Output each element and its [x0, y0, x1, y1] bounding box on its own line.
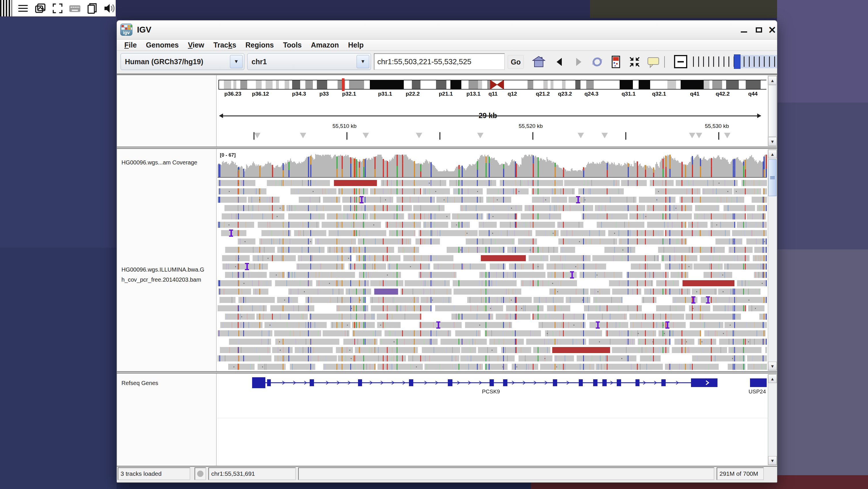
status-bar-edge: [117, 466, 777, 467]
zoom-tick[interactable]: [713, 56, 714, 67]
minimize-button[interactable]: [739, 25, 749, 35]
zoom-tick[interactable]: [754, 56, 754, 67]
desktop-top-olive: [590, 0, 778, 18]
scrollbar-thumb[interactable]: [768, 159, 776, 196]
genome-select[interactable]: Human (GRCh37/hg19) ▼: [121, 53, 244, 70]
ruler-tick: [439, 132, 440, 140]
desktop-left-upper: [0, 17, 117, 250]
chromosome-band: [451, 80, 461, 89]
forward-icon[interactable]: [571, 54, 586, 69]
zoom-slider-thumb[interactable]: [734, 54, 741, 69]
zoom-tick[interactable]: [759, 56, 760, 67]
gene-track-canvas[interactable]: [218, 374, 767, 465]
zoom-tick[interactable]: [693, 56, 694, 67]
chromosome-band: [370, 80, 404, 89]
zoom-tick[interactable]: [728, 56, 729, 67]
chromosome-band: [709, 80, 712, 89]
region-marker-icon: [689, 133, 695, 138]
menu-genomes[interactable]: Genomes: [141, 41, 183, 49]
chromosome-band: [224, 80, 231, 89]
scrollbar-thumb[interactable]: [768, 85, 776, 137]
close-button[interactable]: ✕: [767, 25, 778, 35]
zoom-tick[interactable]: [718, 56, 719, 67]
fullscreen-icon[interactable]: [51, 2, 64, 15]
home-icon[interactable]: [531, 54, 546, 69]
menu-tracks[interactable]: Tracks: [209, 41, 241, 49]
locus-panel-scrollbar[interactable]: ▲ ▼: [768, 76, 777, 146]
chromosome-band: [712, 80, 722, 89]
ruler-position-label: 55,510 kb: [332, 123, 356, 129]
zoom-tick[interactable]: [703, 56, 704, 67]
zoom-tick[interactable]: [698, 56, 699, 67]
chromosome-band: [726, 80, 739, 89]
scroll-up-icon[interactable]: ▲: [768, 76, 777, 85]
band-label: p22.2: [406, 91, 420, 97]
zoom-out-button[interactable]: [674, 55, 687, 68]
maximize-button[interactable]: [753, 25, 765, 35]
chromosome-band: [739, 80, 746, 89]
alignment-track-label-line2[interactable]: h_cov_pcr_free.20140203.bam: [121, 277, 216, 283]
chromosome-band: [565, 80, 575, 89]
band-label: q41: [690, 91, 700, 97]
ruler-position-label: 55,530 kb: [705, 123, 729, 129]
windows-icon[interactable]: [86, 2, 98, 15]
region-icon[interactable]: [609, 54, 623, 69]
go-button[interactable]: Go: [508, 55, 524, 69]
coverage-track-label[interactable]: HG00096.wgs...am Coverage: [121, 159, 214, 166]
zoom-tick[interactable]: [723, 56, 724, 67]
chromosome-band: [478, 80, 482, 89]
chromosome-band: [544, 80, 548, 89]
menu-view[interactable]: View: [183, 41, 209, 49]
back-icon[interactable]: [552, 54, 567, 69]
menu-help[interactable]: Help: [343, 41, 368, 49]
band-label: q24.3: [585, 91, 599, 97]
fit-window-icon[interactable]: [627, 54, 642, 69]
scroll-down-icon[interactable]: ▼: [768, 137, 777, 146]
menu-tools[interactable]: Tools: [278, 41, 306, 49]
taskbar-grip[interactable]: [0, 0, 12, 17]
alignment-panel-label-column: [117, 149, 217, 371]
scroll-up-icon[interactable]: ▲: [768, 150, 777, 159]
gene-panel-scrollbar[interactable]: ▲ ▼: [768, 374, 777, 465]
menu-icon[interactable]: [17, 2, 29, 15]
alignment-panel-scrollbar[interactable]: ▲ ▼: [768, 149, 777, 371]
alignment-track-label-line1[interactable]: HG00096.wgs.ILLUMINA.bwa.G: [121, 266, 216, 273]
audio-icon[interactable]: [103, 2, 116, 15]
chromosome-ideogram[interactable]: [218, 80, 766, 90]
scroll-down-icon[interactable]: ▼: [768, 456, 777, 465]
region-marker-icon: [416, 133, 422, 138]
chromosome-select[interactable]: chr1 ▼: [247, 53, 371, 70]
scroll-down-icon[interactable]: ▼: [768, 362, 777, 370]
zoom-tick[interactable]: [774, 56, 775, 67]
keyboard-icon[interactable]: [68, 2, 81, 15]
band-label: p32.1: [342, 91, 356, 97]
chevron-down-icon[interactable]: ▼: [230, 55, 243, 68]
gene-track-label[interactable]: Refseq Genes: [121, 380, 158, 386]
chromosome-band: [594, 80, 620, 89]
chevron-down-icon[interactable]: ▼: [356, 55, 369, 68]
menu-regions[interactable]: Regions: [241, 41, 279, 49]
panel-splitter[interactable]: [117, 371, 777, 374]
alignment-track-canvas[interactable]: [218, 149, 767, 371]
menu-amazon[interactable]: Amazon: [306, 41, 343, 49]
panel-splitter[interactable]: [117, 147, 777, 149]
chromosome-band: [289, 80, 292, 89]
refresh-icon[interactable]: [590, 54, 604, 69]
locus-input[interactable]: [374, 53, 505, 70]
zoom-tick[interactable]: [764, 56, 765, 67]
tooltip-icon[interactable]: [646, 54, 661, 69]
locus-panel-label-column: [117, 75, 217, 147]
region-marker-icon: [477, 133, 484, 138]
window-titlebar[interactable]: igv IGV ✕: [117, 21, 777, 39]
zoom-tick[interactable]: [708, 56, 709, 67]
menu-file[interactable]: File: [120, 41, 141, 49]
band-label: q42.2: [716, 91, 730, 97]
scroll-up-icon[interactable]: ▲: [768, 374, 777, 383]
zoom-tick[interactable]: [749, 56, 750, 67]
screenshot-icon[interactable]: [34, 2, 46, 15]
zoom-slider[interactable]: [692, 54, 777, 69]
desktop-taskbar: [0, 0, 116, 17]
chromosome-band: [704, 80, 709, 89]
zoom-tick[interactable]: [744, 56, 745, 67]
zoom-tick[interactable]: [769, 56, 770, 67]
